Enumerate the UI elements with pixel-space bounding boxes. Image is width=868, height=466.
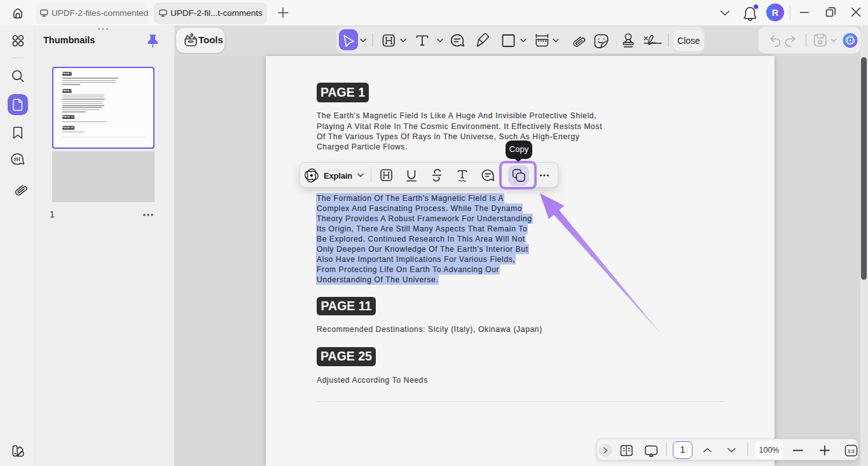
svg-text:R: R	[772, 8, 779, 18]
svg-text:1:1: 1:1	[848, 448, 855, 454]
